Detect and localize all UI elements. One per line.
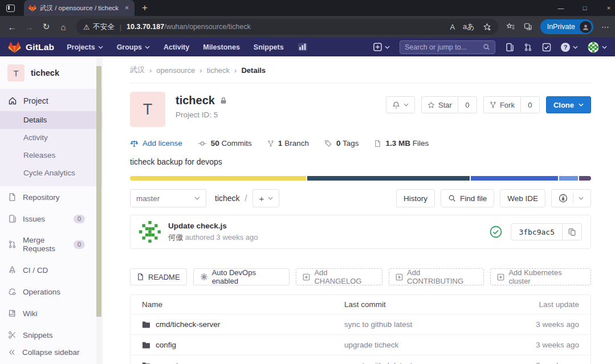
security-chip[interactable]: ⚠ 不安全: [83, 22, 115, 32]
repo-path-root[interactable]: ticheck: [215, 194, 240, 203]
copy-sha-button[interactable]: [562, 224, 581, 240]
sidebar-scrollbar-thumb[interactable]: [96, 66, 101, 317]
commits-icon: [198, 140, 207, 147]
tags-link[interactable]: 0 Tags: [324, 139, 359, 148]
sidebar-item-wiki[interactable]: Wiki: [0, 302, 102, 324]
breadcrumb-group[interactable]: 武汉: [130, 65, 145, 75]
back-icon[interactable]: ←: [3, 18, 21, 35]
new-menu[interactable]: [373, 43, 390, 51]
collapse-sidebar-button[interactable]: Collapse sidebar: [0, 341, 101, 364]
star-count[interactable]: 0: [458, 96, 477, 113]
browser-titlebar: 武汉 / opensource / ticheck · Git × + — □ …: [0, 0, 615, 16]
table-row[interactable]: executor sync to github latest 3 weeks a…: [131, 355, 590, 364]
sidebar-item-cicd[interactable]: CI / CD: [0, 259, 102, 281]
maximize-icon[interactable]: □: [573, 0, 597, 16]
table-row[interactable]: config upgrade ticheck 3 weeks ago: [131, 335, 590, 355]
refresh-icon[interactable]: ↻: [38, 18, 55, 35]
add-changelog-button[interactable]: Add CHANGELOG: [296, 268, 382, 285]
commit-title-link[interactable]: Update check.js: [168, 222, 258, 230]
nav-activity[interactable]: Activity: [164, 43, 189, 51]
web-ide-button[interactable]: Web IDE: [500, 189, 545, 207]
find-file-button[interactable]: Find file: [441, 189, 494, 207]
address-bar[interactable]: ⚠ 不安全 | 10.3.70.187 /wuhan/opensource/ti…: [76, 19, 498, 35]
repo-path: ticheck /: [215, 194, 247, 203]
sidebar-item-activity[interactable]: Activity: [0, 129, 102, 146]
add-contributing-button[interactable]: Add CONTRIBUTING: [389, 268, 484, 285]
files-link[interactable]: 1.3 MB Files: [374, 139, 429, 148]
search-input[interactable]: [405, 43, 483, 51]
mr-count-badge: 0: [74, 240, 85, 249]
breadcrumb-subgroup[interactable]: opensource: [156, 66, 195, 75]
commits-link[interactable]: 50 Commits: [198, 139, 252, 148]
inprivate-label: InPrivate: [547, 23, 575, 31]
sidebar-item-operations[interactable]: Operations: [0, 281, 102, 302]
sidebar-project-header[interactable]: T ticheck: [0, 56, 102, 89]
todos-icon[interactable]: [542, 43, 551, 52]
pipeline-status-passed-icon[interactable]: [490, 226, 502, 238]
sidebar-item-details[interactable]: Details: [0, 111, 102, 129]
star-button[interactable]: Star: [421, 96, 458, 113]
breadcrumb-project[interactable]: ticheck: [207, 66, 230, 75]
add-file-button[interactable]: +: [252, 189, 279, 207]
commit-message-link[interactable]: sync to github latest: [333, 314, 494, 334]
commit-sha[interactable]: 3fbc9ac5: [511, 224, 562, 240]
history-button[interactable]: History: [396, 189, 435, 207]
table-row[interactable]: cmd/ticheck-server sync to github latest…: [131, 314, 590, 335]
sidebar-item-project[interactable]: Project: [0, 90, 102, 111]
merge-requests-nav-icon[interactable]: [524, 43, 532, 52]
project-avatar: T: [130, 92, 165, 127]
notifications-button[interactable]: [386, 96, 415, 113]
language-bar[interactable]: [130, 176, 591, 181]
sidebar-item-releases[interactable]: Releases: [0, 146, 102, 164]
gitlab-logo[interactable]: GitLab: [8, 41, 54, 54]
fork-count[interactable]: 0: [520, 96, 540, 113]
add-kubernetes-button[interactable]: Add Kubernetes cluster: [490, 268, 591, 285]
tab-close-icon[interactable]: ×: [124, 4, 130, 12]
commit-message-link[interactable]: upgrade ticheck: [333, 335, 494, 355]
add-favorite-icon[interactable]: [483, 23, 491, 31]
sidebar-item-cycle-analytics[interactable]: Cycle Analytics: [0, 164, 102, 182]
readme-button[interactable]: README: [130, 268, 187, 285]
sidebar-item-merge-requests[interactable]: Merge Requests 0: [0, 230, 102, 259]
window-controls: — □ ×: [549, 0, 615, 16]
gear-icon: [200, 273, 208, 281]
add-license-link[interactable]: Add license: [130, 139, 182, 148]
nav-projects[interactable]: Projects: [67, 43, 103, 51]
nav-snippets[interactable]: Snippets: [254, 43, 284, 51]
help-menu[interactable]: ?: [561, 43, 578, 52]
nav-groups[interactable]: Groups: [117, 43, 150, 51]
download-button[interactable]: [551, 189, 591, 207]
browser-menu-icon[interactable]: ⋯: [601, 22, 609, 31]
warning-icon: ⚠: [83, 23, 89, 31]
file-name-link[interactable]: cmd/ticheck-server: [156, 320, 220, 329]
folder-icon: [142, 321, 150, 328]
favorites-icon[interactable]: [506, 22, 515, 31]
issues-nav-icon[interactable]: [505, 43, 514, 52]
minimize-icon[interactable]: —: [549, 0, 573, 16]
file-name-link[interactable]: executor: [156, 361, 185, 364]
inprivate-badge[interactable]: InPrivate: [540, 19, 593, 34]
read-aloud-icon[interactable]: A: [450, 23, 455, 31]
user-menu[interactable]: [588, 42, 607, 53]
sidebar-item-issues[interactable]: Issues 0: [0, 208, 102, 230]
translate-icon[interactable]: aあ: [463, 22, 475, 32]
branches-link[interactable]: 1 Branch: [267, 139, 309, 148]
browser-tab[interactable]: 武汉 / opensource / ticheck · Git ×: [24, 0, 135, 16]
nav-milestones[interactable]: Milestones: [203, 43, 240, 51]
collections-icon[interactable]: [523, 22, 532, 31]
file-name-link[interactable]: config: [156, 341, 176, 349]
charts-icon[interactable]: [298, 43, 307, 51]
home-icon[interactable]: ⌂: [55, 18, 72, 35]
clone-button[interactable]: Clone: [546, 96, 591, 113]
new-tab-button[interactable]: +: [142, 2, 148, 14]
tab-actions-icon[interactable]: [6, 5, 15, 12]
sidebar-item-repository[interactable]: Repository: [0, 186, 102, 208]
forward-icon[interactable]: →: [21, 18, 38, 35]
branch-selector[interactable]: master: [130, 189, 206, 207]
auto-devops-button[interactable]: Auto DevOps enabled: [193, 268, 290, 285]
commit-author[interactable]: 何傲: [168, 233, 183, 242]
global-search[interactable]: [400, 40, 495, 54]
commit-message-link[interactable]: sync to github latest: [333, 355, 494, 364]
close-icon[interactable]: ×: [597, 0, 615, 16]
fork-button[interactable]: Fork: [483, 96, 520, 113]
